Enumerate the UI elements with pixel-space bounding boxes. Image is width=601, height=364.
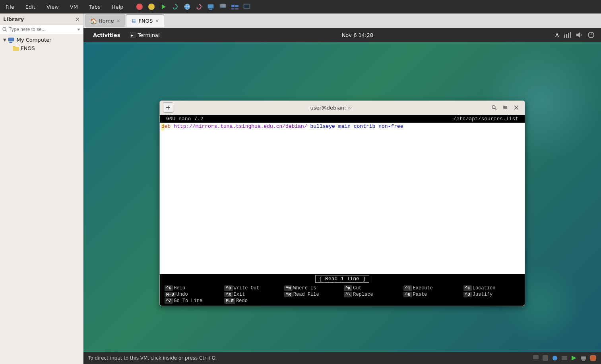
svg-marker-29 [576, 32, 580, 38]
nano-key-k: ^K [344, 285, 352, 291]
sidebar-item-fnos[interactable]: FNOS [0, 44, 83, 52]
tab-home[interactable]: 🏠 Home ✕ [85, 14, 125, 27]
svg-point-17 [3, 27, 6, 31]
terminal-title: user@debian: ~ [173, 105, 489, 111]
nano-cmd-redo[interactable]: M-E Redo [223, 298, 282, 304]
vm-icon1[interactable] [207, 2, 215, 11]
terminal-window[interactable]: user@debian: ~ [159, 100, 525, 306]
tray-icon-2 [542, 355, 549, 361]
svg-rect-48 [582, 360, 585, 361]
my-computer-label: My Computer [17, 37, 52, 43]
svg-rect-28 [570, 32, 571, 38]
svg-marker-0 [162, 4, 166, 9]
menu-edit[interactable]: Edit [23, 3, 38, 11]
svg-rect-7 [209, 9, 212, 10]
refresh-icon[interactable] [171, 2, 180, 11]
svg-rect-22 [9, 42, 12, 43]
svg-rect-42 [534, 360, 537, 360]
titlebar-left [163, 102, 173, 113]
nano-cmd-replace[interactable]: ^\ Replace [342, 291, 402, 298]
play-icon[interactable] [159, 2, 168, 11]
nano-label-replace: Replace [353, 292, 373, 297]
nano-cmd-writeout[interactable]: ^O Write Out [223, 285, 282, 291]
nano-cmd-undo[interactable]: M-U Undo [163, 291, 223, 298]
stop-icon[interactable] [135, 2, 144, 11]
nano-key-slash: ^/ [165, 298, 173, 304]
nano-key-o: ^O [224, 285, 233, 291]
svg-line-35 [495, 108, 496, 110]
nano-cmd-whereis[interactable]: ^W Where Is [283, 285, 342, 291]
fnos-tab-icon: 🖥 [131, 18, 137, 24]
svg-rect-20 [8, 38, 14, 41]
nano-editor[interactable]: GNU nano 7.2 /etc/apt/sources.list deb h… [160, 115, 525, 306]
nano-label-redo: Redo [236, 298, 248, 304]
menu-tabs[interactable]: Tabs [87, 3, 103, 11]
vm-icon3[interactable] [231, 2, 239, 11]
home-icon: 🏠 [90, 18, 97, 24]
svg-rect-21 [10, 42, 12, 42]
terminal-menu-button[interactable] [500, 102, 510, 113]
menu-icon [502, 105, 508, 110]
new-tab-button[interactable] [163, 102, 173, 113]
nano-status-text: [ Read 1 line ] [315, 275, 369, 283]
vm-content[interactable]: user@debian: ~ [83, 42, 601, 364]
menu-file[interactable]: File [3, 3, 17, 11]
computer-icon [8, 37, 15, 43]
globe-icon[interactable] [183, 2, 192, 11]
nano-cmd-paste[interactable]: ^U Paste [402, 291, 461, 298]
nano-content[interactable]: deb http://mirrors.tuna.tsinghua.edu.cn/… [160, 123, 525, 274]
bottom-message: To direct input to this VM, click inside… [88, 355, 217, 361]
nano-cmd-readfile[interactable]: ^R Read File [283, 291, 342, 298]
svg-marker-19 [77, 29, 80, 31]
search-icon [2, 27, 7, 32]
svg-rect-49 [590, 355, 596, 361]
nano-label-location: Location [473, 285, 496, 291]
main-layout: Library × ▼ My Computer FNOS 🏠 Hom [0, 13, 601, 364]
gnome-clock: Nov 6 14:28 [160, 32, 556, 38]
svg-marker-46 [572, 356, 576, 360]
titlebar-buttons [489, 102, 522, 113]
menu-help[interactable]: Help [109, 3, 126, 11]
tab-home-close[interactable]: ✕ [116, 18, 120, 24]
tab-fnos-label: FNOS [138, 18, 153, 24]
vm-icon4[interactable] [242, 2, 251, 11]
nano-cmd-help[interactable]: ^G Help [163, 285, 223, 291]
nano-key-r: ^R [284, 292, 293, 297]
nano-label-cut: Cut [353, 285, 362, 291]
svg-rect-45 [562, 356, 567, 360]
vm-icon2[interactable] [219, 2, 227, 11]
nano-cmd-execute[interactable]: ^T Execute [402, 285, 461, 291]
search-input[interactable] [9, 27, 75, 32]
activities-button[interactable]: Activities [90, 31, 124, 40]
svg-rect-43 [543, 355, 548, 361]
nano-label-exit: Exit [234, 292, 245, 297]
menu-view[interactable]: View [44, 3, 61, 11]
sidebar-search[interactable] [0, 25, 83, 34]
nano-cmd-cut[interactable]: ^K Cut [342, 285, 402, 291]
nano-cmd-exit[interactable]: ^X Exit [223, 291, 282, 298]
pause-icon[interactable] [147, 2, 156, 11]
search-dropdown-icon[interactable] [77, 27, 81, 31]
sidebar-item-my-computer[interactable]: ▼ My Computer [0, 36, 83, 44]
nano-cmd-justify[interactable]: ^J Justify [462, 291, 522, 298]
terminal-icon: ▶_ [130, 32, 136, 38]
sidebar-close-button[interactable]: × [75, 16, 80, 22]
tab-home-label: Home [99, 18, 114, 24]
nano-key-u: ^U [403, 292, 412, 297]
gnome-tray: A [555, 31, 595, 39]
reload-icon[interactable] [195, 2, 204, 11]
tab-fnos[interactable]: 🖥 FNOS ✕ [126, 14, 164, 27]
svg-line-18 [6, 30, 7, 31]
plus-icon [165, 105, 171, 110]
tab-fnos-close[interactable]: ✕ [155, 18, 159, 24]
nano-cmd-location[interactable]: ^C Location [462, 285, 522, 291]
volume-icon [576, 31, 583, 39]
terminal-close-button[interactable] [511, 102, 522, 113]
nano-footer: ^G Help ^O Write Out ^W Where Is ^K [160, 283, 525, 306]
nano-cmd-gotoline[interactable]: ^/ Go To Line [163, 298, 223, 304]
terminal-search-button[interactable] [489, 102, 499, 113]
svg-rect-11 [231, 5, 235, 7]
svg-rect-6 [208, 4, 213, 8]
tray-icon-6 [580, 355, 587, 361]
menu-vm[interactable]: VM [68, 3, 80, 11]
